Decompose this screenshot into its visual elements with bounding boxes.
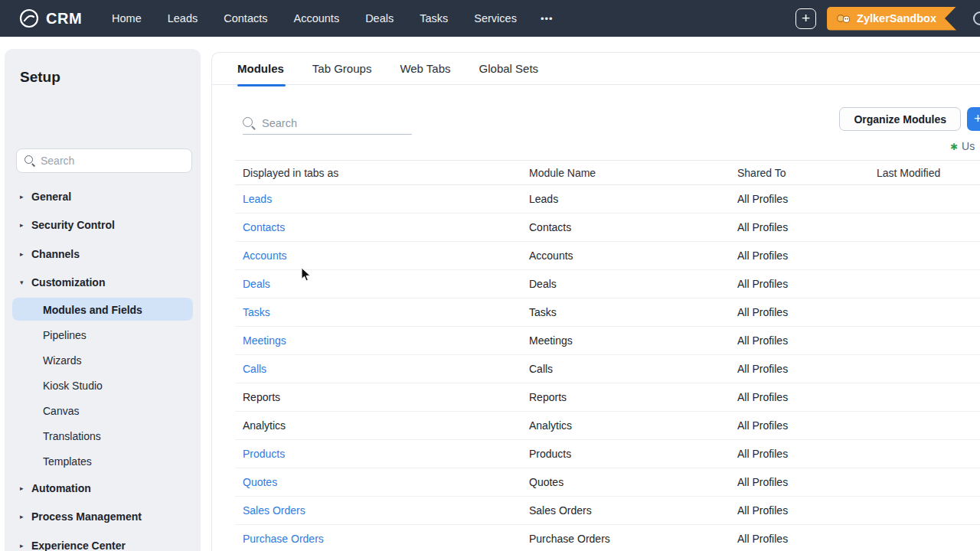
shared-to: All Profiles — [730, 214, 869, 242]
table-row-deals: DealsDealsAll Profiles — [235, 270, 980, 298]
tab-global-sets[interactable]: Global Sets — [479, 53, 539, 85]
sidebar-item-label: Wizards — [43, 354, 82, 367]
module-name: Accounts — [521, 242, 730, 270]
sidebar-item-security-control[interactable]: ▸Security Control — [5, 211, 201, 240]
sidebar-item-label: Pipelines — [43, 329, 87, 341]
chevron-right-icon: ▸ — [20, 250, 31, 258]
table-row-tasks: TasksTasksAll Profiles — [235, 298, 980, 327]
module-display-name[interactable]: Contacts — [243, 221, 285, 233]
shared-to: All Profiles — [730, 185, 869, 214]
module-display-name[interactable]: Sales Orders — [243, 504, 305, 517]
sidebar-item-channels[interactable]: ▸Channels — [5, 240, 201, 269]
last-modified — [869, 355, 980, 383]
shared-to: All Profiles — [730, 497, 869, 525]
last-modified — [869, 327, 980, 355]
tab-tab-groups[interactable]: Tab Groups — [312, 53, 372, 85]
table-header-row: Displayed in tabs asModule NameShared To… — [235, 161, 980, 185]
tab-web-tabs[interactable]: Web Tabs — [400, 53, 450, 85]
module-display-name: Analytics — [243, 419, 286, 432]
nav-right: + ZylkerSandbox — [795, 7, 980, 31]
nav-item-accounts[interactable]: Accounts — [280, 12, 352, 24]
new-module-button[interactable]: + — [967, 107, 980, 131]
sidebar-item-label: Templates — [43, 455, 92, 468]
sidebar-item-templates[interactable]: Templates — [5, 448, 201, 474]
search-icon[interactable] — [973, 11, 980, 25]
column-header-last-modified: Last Modified — [869, 161, 980, 185]
sidebar-item-label: Translations — [43, 430, 101, 442]
asterisk-icon: ✱ — [950, 142, 958, 152]
nav-item-deals[interactable]: Deals — [352, 12, 407, 24]
module-display-name[interactable]: Meetings — [243, 334, 286, 347]
setup-menu: ▸General▸Security Control▸Channels▾Custo… — [5, 182, 201, 551]
module-display-name[interactable]: Deals — [243, 278, 270, 290]
search-icon — [243, 117, 255, 129]
shared-to: All Profiles — [730, 298, 869, 327]
module-name: Meetings — [521, 327, 730, 355]
sidebar-item-general[interactable]: ▸General — [5, 182, 201, 211]
table-row-contacts: ContactsContactsAll Profiles — [235, 214, 980, 242]
tab-modules[interactable]: Modules — [237, 53, 284, 85]
sidebar-item-pipelines[interactable]: Pipelines — [5, 322, 201, 347]
shared-to: All Profiles — [730, 525, 869, 551]
sidebar-item-label: General — [31, 191, 71, 203]
module-display-name: Reports — [243, 391, 280, 403]
zoho-crm-setup-screen: CRM HomeLeadsContactsAccountsDealsTasksS… — [0, 0, 980, 551]
modules-panel: ModulesTab GroupsWeb TabsGlobal Sets Org… — [211, 52, 980, 551]
last-modified — [869, 242, 980, 270]
organize-modules-button[interactable]: Organize Modules — [839, 107, 961, 131]
module-display-name[interactable]: Tasks — [243, 306, 270, 318]
legend-text: Us — [962, 140, 975, 152]
module-display-name[interactable]: Products — [243, 448, 285, 460]
module-display-name[interactable]: Leads — [243, 193, 272, 205]
module-name: Calls — [521, 355, 730, 383]
module-name: Leads — [521, 185, 730, 214]
module-name: Contacts — [521, 214, 730, 242]
module-display-name[interactable]: Accounts — [243, 249, 287, 262]
last-modified — [869, 270, 980, 298]
setup-sidebar: Setup ▸General▸Security Control▸Channels… — [5, 49, 201, 551]
table-row-meetings: MeetingsMeetingsAll Profiles — [235, 327, 980, 355]
sandbox-badge[interactable]: ZylkerSandbox — [827, 7, 956, 31]
page-title: Setup — [5, 49, 201, 86]
nav-item-tasks[interactable]: Tasks — [407, 12, 461, 24]
sidebar-item-modules-and-fields[interactable]: Modules and Fields — [5, 297, 201, 322]
sidebar-item-wizards[interactable]: Wizards — [5, 347, 201, 373]
sidebar-item-process-management[interactable]: ▸Process Management — [5, 503, 201, 532]
nav-item-contacts[interactable]: Contacts — [211, 12, 280, 24]
module-name: Reports — [521, 383, 730, 412]
table-row-leads: LeadsLeadsAll Profiles — [235, 185, 980, 214]
last-modified — [869, 298, 980, 327]
shared-to: All Profiles — [730, 270, 869, 298]
shared-to: All Profiles — [730, 355, 869, 383]
module-search-input[interactable] — [262, 117, 400, 129]
sidebar-item-customization[interactable]: ▾Customization — [5, 269, 201, 298]
quick-add-button[interactable]: + — [795, 8, 816, 29]
sidebar-item-canvas[interactable]: Canvas — [5, 398, 201, 423]
sidebar-item-label: Kiosk Studio — [43, 380, 103, 392]
chevron-right-icon: ▸ — [20, 193, 31, 201]
more-menu[interactable]: ••• — [530, 13, 564, 24]
sidebar-item-experience-center[interactable]: ▸Experience Center — [5, 531, 201, 551]
module-display-name[interactable]: Quotes — [243, 476, 277, 488]
nav-item-services[interactable]: Services — [461, 12, 530, 24]
sidebar-search-input[interactable] — [41, 155, 171, 167]
sidebar-item-translations[interactable]: Translations — [5, 423, 201, 448]
sidebar-item-label: Modules and Fields — [43, 304, 142, 316]
sidebar-item-automation[interactable]: ▸Automation — [5, 474, 201, 503]
last-modified — [869, 440, 980, 468]
search-icon — [24, 155, 35, 166]
module-display-name[interactable]: Calls — [243, 363, 266, 375]
last-modified — [869, 468, 980, 497]
sidebar-item-kiosk-studio[interactable]: Kiosk Studio — [5, 373, 201, 398]
nav-item-home[interactable]: Home — [99, 12, 155, 24]
sidebar-item-label: Security Control — [31, 219, 115, 231]
last-modified — [869, 214, 980, 242]
last-modified — [869, 412, 980, 440]
module-display-name[interactable]: Purchase Orders — [243, 533, 324, 545]
chevron-right-icon: ▸ — [20, 484, 31, 492]
shared-to: All Profiles — [730, 440, 869, 468]
chevron-right-icon: ▸ — [20, 513, 31, 520]
nav-item-leads[interactable]: Leads — [155, 12, 211, 24]
brand[interactable]: CRM — [0, 8, 82, 28]
sandbox-label: ZylkerSandbox — [857, 12, 936, 24]
